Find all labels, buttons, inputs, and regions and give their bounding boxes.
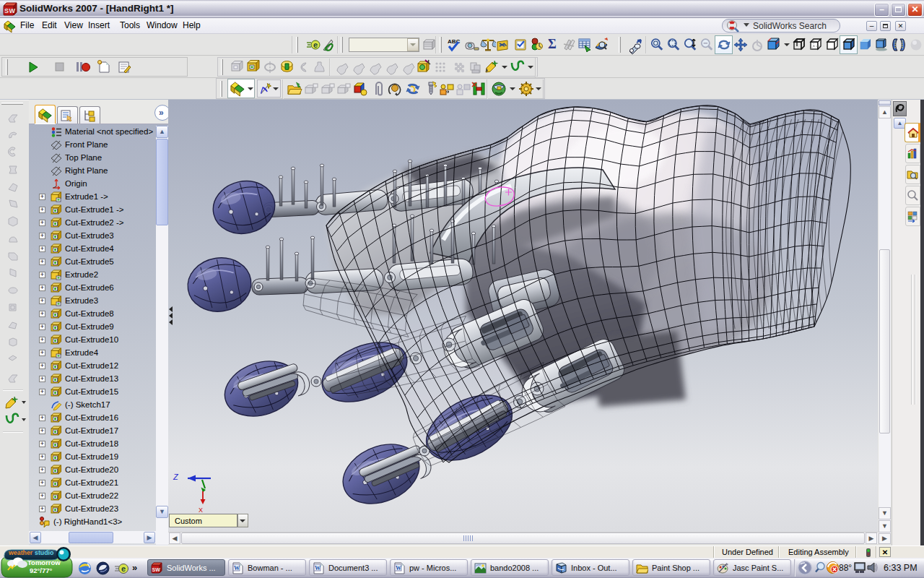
svg-text:S: S	[4, 7, 9, 14]
svg-text:ABC: ABC	[448, 38, 461, 45]
svg-text:92°/77°: 92°/77°	[30, 566, 53, 574]
svg-text:SW: SW	[152, 567, 161, 572]
svg-text:e: e	[313, 40, 318, 49]
svg-text:W: W	[396, 565, 401, 571]
svg-text:Σ: Σ	[548, 37, 557, 51]
svg-text:weather: weather	[8, 549, 33, 556]
svg-text:X: X	[199, 506, 203, 514]
svg-text:e: e	[121, 564, 126, 573]
svg-text:W: W	[234, 565, 240, 571]
svg-text:W: W	[315, 565, 321, 571]
svg-text:W: W	[9, 7, 16, 14]
svg-text:Z: Z	[173, 473, 179, 481]
svg-text:studio: studio	[35, 549, 54, 556]
svg-text:Tomorrow: Tomorrow	[27, 558, 61, 566]
